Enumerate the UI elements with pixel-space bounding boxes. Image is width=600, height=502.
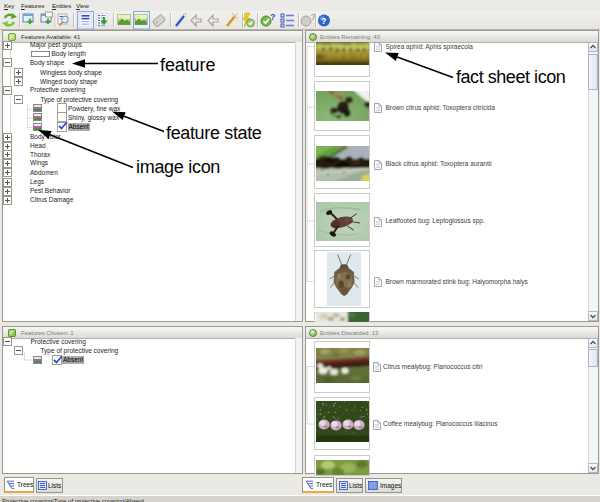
svg-text:?: ? — [321, 16, 327, 26]
svg-text:?: ? — [270, 12, 276, 22]
